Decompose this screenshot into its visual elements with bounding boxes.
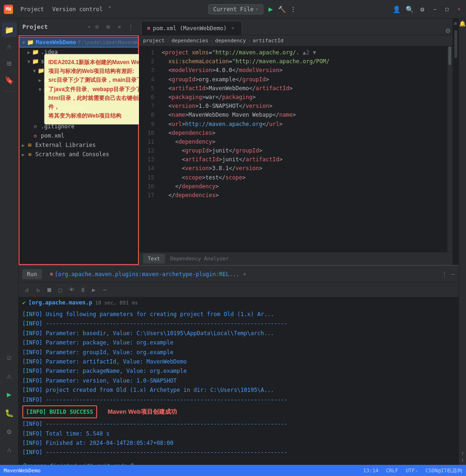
sidebar-icon-run-side[interactable]: ▶ xyxy=(2,387,17,402)
folder-icon-src: 📁 xyxy=(32,58,39,65)
folder-icon-main: 📁 xyxy=(37,67,45,74)
sidebar-icon-structure[interactable]: ⊞ xyxy=(2,56,17,71)
bottom-panel-header: Run m [org.apache.maven.plugins:maven-ar… xyxy=(19,266,459,283)
notification-icon[interactable]: 🔔 xyxy=(459,20,466,27)
folder-icon-scratches: ≡ xyxy=(26,151,33,158)
titlebar-menu: Project Version control ▾ xyxy=(17,4,112,14)
sidebar-icon-settings[interactable]: ⚙ xyxy=(2,424,17,439)
log-line-10: [INFO] ---------------------------------… xyxy=(22,395,455,404)
tree-arrow-root: ▼ xyxy=(21,40,26,45)
editor-area: m pom.xml (MavenWebDemo) × ⚙ project › d… xyxy=(139,19,452,265)
tree-arrow-webapp: ▼ xyxy=(37,86,43,92)
run-tab[interactable]: Run xyxy=(22,269,42,279)
console-area[interactable]: [INFO] Using following parameters for cr… xyxy=(19,308,459,465)
log-line-9: [INFO] project created from Old (1.x) Ar… xyxy=(22,385,455,395)
maximize-button[interactable]: □ xyxy=(444,6,450,13)
statusbar-line-ending[interactable]: CRLF xyxy=(386,468,399,474)
breadcrumb-dependency[interactable]: dependency xyxy=(215,38,246,44)
stop-icon[interactable]: ⏹ xyxy=(45,285,54,295)
bottom-tab-text[interactable]: Text xyxy=(143,254,165,264)
project-panel: Project ▾ ⊙ ⚙ ✕ ⋮ ▼ 📁 MavenWebDemo xyxy=(19,19,139,265)
statusbar-encoding[interactable]: UTF- xyxy=(406,468,418,474)
current-file-selector[interactable]: Current File ▾ xyxy=(208,4,263,14)
tree-arrow-extlibs: ▶ xyxy=(20,142,26,148)
tree-item-root[interactable]: ▼ 📁 MavenWebDemo F:\node\idea\MavenWebDe… xyxy=(19,37,139,47)
menu-item-vcs[interactable]: Version control xyxy=(49,4,106,14)
app-logo: MW xyxy=(4,5,13,14)
tab-label: pom.xml (MavenWebDemo) xyxy=(153,25,227,32)
sidebar-icon-bookmark[interactable]: 🔖 xyxy=(2,73,17,87)
tree-arrow-idea: ▶ xyxy=(26,49,32,55)
sidebar-icon-project[interactable]: 📁 xyxy=(2,22,17,37)
tree-item-external-libs[interactable]: ▶ ⊞ External Libraries xyxy=(19,140,139,150)
log-line-12: [INFO] ---------------------------------… xyxy=(22,419,455,429)
tree-arrow-main: ▼ xyxy=(32,68,37,73)
editor-settings-icon[interactable]: ⚙ xyxy=(446,26,450,35)
titlebar: MW Project Version control ▾ Current Fil… xyxy=(0,0,466,19)
run-item: ✔ [org.apache.maven.p 10 sec, 891 ms xyxy=(19,298,459,308)
breadcrumb-project[interactable]: project xyxy=(143,38,164,44)
panel-close-icon[interactable]: ✕ xyxy=(115,22,124,32)
sidebar-icon-git[interactable]: ⑃ xyxy=(2,443,17,457)
editor-bottom-tabs: Text Dependency Analyzer xyxy=(139,252,452,265)
bottom-toolbar: ↺ ↻ ⏹ □ 👁 ⏸ ▶ ⋯ xyxy=(19,283,459,298)
maven-tab[interactable]: m [org.apache.maven.plugins:maven-archet… xyxy=(46,269,251,279)
breadcrumb-dependencies[interactable]: dependencies xyxy=(171,38,208,44)
right-edge-arrow-down[interactable]: ↓ xyxy=(459,456,466,463)
settings-icon[interactable]: ⚙ xyxy=(419,6,426,13)
breadcrumb-artifactid[interactable]: artifactId xyxy=(253,38,283,44)
panel-scope-icon[interactable]: ⊙ xyxy=(92,22,102,32)
eye-icon[interactable]: 👁 xyxy=(67,285,76,295)
tree-item-scratches[interactable]: ▶ ≡ Scratches and Consoles xyxy=(19,150,139,159)
bottom-panel: Run m [org.apache.maven.plugins:maven-ar… xyxy=(19,265,459,465)
bottom-panel-minimize-icon[interactable]: — xyxy=(451,271,455,278)
statusbar-project[interactable]: MavenWebDemo xyxy=(4,468,40,474)
folder-icon-root: 📁 xyxy=(26,39,34,46)
pause-icon[interactable]: ⏸ xyxy=(78,285,87,295)
bottom-panel-more-icon[interactable]: ⋮ xyxy=(441,271,447,278)
tree-label-scratches: Scratches and Consoles xyxy=(35,151,109,158)
minimize-button[interactable]: — xyxy=(432,6,438,13)
more-button[interactable]: ⋮ xyxy=(289,6,297,13)
rerun2-icon[interactable]: ↻ xyxy=(33,285,43,295)
tree-arrow-resources: ▶ xyxy=(37,77,43,83)
run-button[interactable]: ▶ xyxy=(267,6,275,13)
editor-right-panel: ≡ xyxy=(452,19,459,265)
more-run-icon[interactable]: ⋯ xyxy=(100,285,110,295)
statusbar: MavenWebDemo 13:14 CRLF UTF- CSDN@IT机器狗 xyxy=(0,465,466,476)
code-content[interactable]: <project xmlns="http://maven.apache.org/… xyxy=(158,46,447,252)
output-icon[interactable]: □ xyxy=(56,285,65,295)
maven-tab-close[interactable]: × xyxy=(243,271,246,278)
build-button[interactable]: 🔨 xyxy=(278,6,286,13)
statusbar-right: 13:14 CRLF UTF- CSDN@IT机器狗 xyxy=(363,467,462,474)
statusbar-time[interactable]: 13:14 xyxy=(363,468,379,474)
file-icon-gitignore: ⊘ xyxy=(32,123,39,130)
tab-close-button[interactable]: × xyxy=(230,25,236,32)
sidebar-icon-todo[interactable]: ☑ xyxy=(2,350,17,364)
panel-gear-icon[interactable]: ⋮ xyxy=(126,22,135,32)
annotation-text: IDEA2024.1新版本创建的Maven Web项目与标准的Web项目结构有差… xyxy=(48,59,139,119)
close-button[interactable]: ✕ xyxy=(456,6,462,13)
run-success-icon: ✔ xyxy=(22,299,26,306)
sidebar-icon-commit[interactable]: ⑃ xyxy=(2,39,17,54)
tree-arrow-src: ▼ xyxy=(26,59,32,64)
right-panel-icon-1[interactable]: ≡ xyxy=(454,20,457,26)
rerun-icon[interactable]: ↺ xyxy=(22,285,32,295)
folder-icon-idea: 📁 xyxy=(32,48,39,56)
sidebar-icon-problems[interactable]: ⚠ xyxy=(2,368,17,383)
tree-item-pomxml[interactable]: ▶ m pom.xml xyxy=(19,131,139,140)
editor-scrollbar[interactable] xyxy=(447,46,452,252)
folder-icon-extlibs: ⊞ xyxy=(26,141,33,149)
titlebar-right: 👤 🔍 ⚙ — □ ✕ xyxy=(393,6,462,13)
right-edge-arrow-up[interactable]: ↑ xyxy=(459,450,466,456)
panel-settings-icon[interactable]: ⚙ xyxy=(104,22,113,32)
sidebar-icon-debug[interactable]: 🐛 xyxy=(2,405,17,420)
log-line-7: [INFO] Parameter: packageName, Value: or… xyxy=(22,366,455,376)
search-icon[interactable]: 🔍 xyxy=(406,6,413,13)
play-icon[interactable]: ▶ xyxy=(89,285,98,295)
log-line-13: [INFO] Total time: 5.548 s xyxy=(22,429,455,438)
bottom-tab-dependency[interactable]: Dependency Analyzer xyxy=(166,254,234,264)
menu-item-project[interactable]: Project xyxy=(17,4,48,14)
user-icon[interactable]: 👤 xyxy=(393,6,400,13)
editor-tab-pomxml[interactable]: m pom.xml (MavenWebDemo) × xyxy=(141,21,242,35)
